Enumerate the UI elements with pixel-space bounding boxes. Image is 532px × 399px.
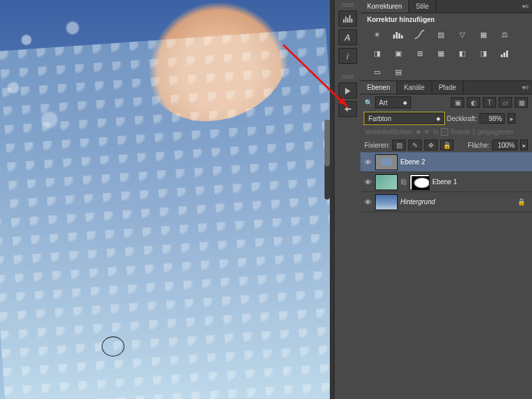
vibrance-icon[interactable]: ▽ — [455, 29, 469, 41]
image-filter-icon[interactable]: ▣ — [451, 97, 464, 108]
curves-icon[interactable] — [412, 29, 427, 41]
filter-kind-dropdown[interactable]: Art◆ — [375, 96, 411, 108]
visibility-toggle-icon[interactable]: 👁 — [363, 158, 372, 167]
collapsed-panel-dock: A i — [334, 0, 360, 399]
svg-rect-8 — [396, 32, 398, 39]
tab-ebenen[interactable]: Ebenen — [360, 81, 397, 94]
unify-pos-icon[interactable]: ✥ — [416, 128, 421, 136]
layer-mask-thumb[interactable] — [410, 174, 430, 190]
posterize-icon[interactable]: ▤ — [391, 66, 406, 78]
blend-opacity-row: Farbton◆ Deckkraft: 98% ▸ — [360, 110, 532, 126]
layers-tabbar: Ebenen Kanäle Pfade ▾≡ — [360, 81, 532, 94]
fill-field[interactable]: 100% — [492, 140, 517, 150]
svg-rect-7 — [393, 35, 395, 39]
canvas-image — [0, 0, 330, 399]
right-panels: Korrekturen Stile ▾≡ Korrektur hinzufüge… — [360, 0, 532, 399]
visibility-toggle-icon[interactable]: 👁 — [363, 198, 372, 207]
channel-mixer-icon[interactable]: ⊞ — [412, 47, 427, 59]
unify-row: Vereinheitlichen: ✥ 👁 fx ✓ Frame 1 propa… — [360, 126, 532, 138]
shape-filter-icon[interactable]: ▱ — [499, 97, 512, 108]
brightness-contrast-icon[interactable]: ☀ — [370, 29, 384, 41]
brush-cursor — [102, 336, 124, 356]
invert-icon[interactable]: ◧ — [455, 47, 469, 59]
lock-position-icon[interactable]: ✎ — [408, 140, 422, 150]
layer-thumb[interactable] — [375, 174, 398, 190]
svg-rect-12 — [503, 53, 505, 57]
lock-fill-row: Fixieren: ▨ ✎ ✥ 🔒 Fläche: 100% ▸ — [360, 138, 532, 152]
fill-label: Fläche: — [467, 142, 489, 149]
info-icon[interactable]: i — [338, 48, 357, 64]
lock-pixels-icon[interactable]: ▨ — [392, 140, 406, 150]
canvas-viewport[interactable]: ebenmaske/8) — [0, 0, 330, 399]
mask-link-icon[interactable]: ⛓ — [400, 178, 407, 187]
blend-mode-value: Farbton — [368, 115, 391, 122]
lock-all-icon[interactable]: 🔒 — [440, 140, 454, 150]
color-lookup-icon[interactable]: ▦ — [434, 47, 448, 59]
visibility-toggle-icon[interactable]: 👁 — [363, 178, 372, 187]
histogram-icon[interactable] — [338, 11, 357, 27]
gradient-map-icon[interactable]: ▭ — [370, 66, 384, 78]
panel-menu-icon[interactable]: ▾≡ — [521, 84, 529, 92]
exposure-icon[interactable]: ▨ — [434, 29, 448, 41]
unify-style-icon[interactable]: fx — [433, 128, 438, 136]
svg-rect-10 — [401, 35, 403, 39]
actions-icon[interactable] — [338, 82, 357, 98]
adjustments-grid: ☀ ▨ ▽ ▦ ⚖ ◨ ▣ ⊞ ▦ ◧ ◨ ▭ ▤ — [360, 26, 532, 80]
layer-name[interactable]: Hintergrund — [400, 198, 435, 205]
layer-row[interactable]: 👁 Ebene 2 — [360, 152, 532, 172]
lock-move-icon[interactable]: ✥ — [424, 140, 438, 150]
tab-stile[interactable]: Stile — [409, 0, 436, 13]
blend-mode-dropdown[interactable]: Farbton◆ — [364, 112, 444, 124]
vertical-scrollbar[interactable] — [325, 120, 330, 200]
svg-marker-5 — [345, 88, 350, 94]
photo-bubblewrap — [0, 29, 330, 399]
layer-thumb[interactable] — [375, 154, 398, 170]
color-balance-icon[interactable]: ⚖ — [497, 29, 512, 41]
selective-color-icon[interactable] — [497, 47, 512, 59]
adjustments-tabbar: Korrekturen Stile ▾≡ — [360, 0, 532, 13]
opacity-flyout-icon[interactable]: ▸ — [507, 113, 515, 124]
adjust-filter-icon[interactable]: ◐ — [467, 97, 480, 108]
propagate-label: Frame 1 propagieren — [451, 128, 513, 136]
svg-rect-4 — [351, 19, 352, 23]
propagate-checkbox[interactable]: ✓ — [441, 128, 448, 136]
threshold-icon[interactable]: ◨ — [476, 47, 491, 59]
svg-rect-11 — [501, 55, 503, 57]
layers-list: 👁 Ebene 2 👁 ⛓ Ebene 1 👁 Hintergrund 🔒 — [360, 152, 532, 399]
opacity-label: Deckkraft: — [447, 115, 477, 122]
svg-rect-1 — [345, 17, 346, 23]
svg-rect-13 — [506, 51, 508, 57]
svg-rect-3 — [349, 15, 350, 23]
layer-name[interactable]: Ebene 2 — [400, 158, 425, 166]
tab-korrekturen[interactable]: Korrekturen — [360, 0, 409, 13]
type-filter-icon[interactable]: T — [483, 97, 496, 108]
tab-kanaele[interactable]: Kanäle — [397, 81, 432, 94]
character-icon[interactable]: A — [338, 29, 357, 45]
svg-rect-0 — [343, 19, 344, 23]
hsl-icon[interactable]: ▦ — [476, 29, 491, 41]
layer-row[interactable]: 👁 Hintergrund 🔒 — [360, 192, 532, 212]
smart-filter-icon[interactable]: ▦ — [515, 97, 528, 108]
layer-row[interactable]: 👁 ⛓ Ebene 1 — [360, 172, 532, 192]
lock-label: Fixieren: — [364, 142, 390, 149]
tab-pfade[interactable]: Pfade — [432, 81, 464, 94]
unify-vis-icon[interactable]: 👁 — [424, 128, 430, 136]
photo-filter-icon[interactable]: ▣ — [391, 47, 406, 59]
lock-icon: 🔒 — [517, 198, 525, 205]
svg-rect-2 — [347, 18, 348, 23]
unify-label: Vereinheitlichen: — [364, 128, 413, 136]
layer-thumb[interactable] — [375, 194, 398, 210]
panel-menu-icon[interactable]: ▾≡ — [521, 3, 529, 11]
black-white-icon[interactable]: ◨ — [370, 47, 384, 59]
layer-filter-row: 🔍 Art◆ ▣ ◐ T ▱ ▦ — [360, 94, 532, 110]
svg-rect-9 — [398, 33, 400, 39]
adjustments-title: Korrektur hinzufügen — [360, 13, 532, 26]
layer-name[interactable]: Ebene 1 — [432, 178, 457, 186]
fill-flyout-icon[interactable]: ▸ — [520, 140, 528, 150]
opacity-field[interactable]: 98% — [479, 113, 505, 124]
levels-icon[interactable] — [391, 29, 406, 41]
